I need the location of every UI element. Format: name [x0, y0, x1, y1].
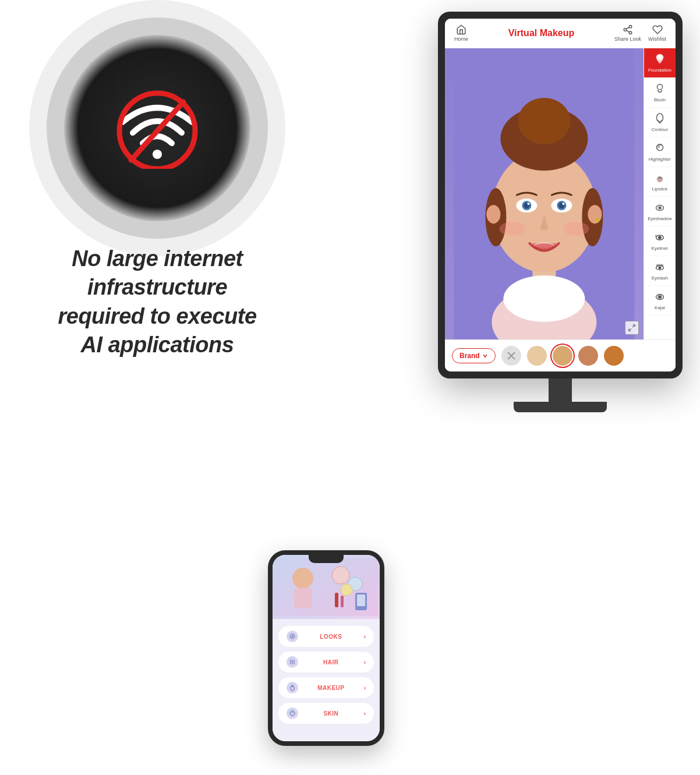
sidebar-item-lipstick[interactable]: Lipstick [644, 167, 676, 197]
looks-icon [287, 631, 298, 642]
makeup-icon [287, 682, 298, 693]
share-label: Share Look [614, 36, 641, 42]
share-look-nav[interactable]: Share Look [614, 24, 641, 42]
skin-icon [287, 707, 298, 719]
phone-wrapper: LOOKS › HAIR › [268, 550, 384, 746]
svg-point-44 [659, 267, 661, 269]
hair-label: HAIR [323, 659, 338, 666]
color-bar: Brand [445, 339, 676, 371]
svg-point-33 [657, 84, 662, 90]
svg-point-19 [595, 218, 599, 222]
svg-point-3 [629, 26, 632, 29]
svg-rect-57 [294, 588, 312, 608]
svg-line-49 [662, 264, 663, 266]
svg-point-18 [588, 205, 602, 224]
app-sidebar: Foundation Blush [644, 48, 676, 339]
svg-line-45 [656, 264, 657, 266]
contour-label: Contour [652, 127, 668, 132]
phone-frame: LOOKS › HAIR › [268, 550, 384, 746]
svg-point-72 [290, 711, 295, 716]
svg-point-34 [656, 114, 663, 122]
wishlist-nav[interactable]: Wishlist [648, 24, 666, 42]
stand-neck [549, 378, 572, 402]
brand-label: Brand [459, 352, 480, 360]
lipstick-label: Lipstick [652, 186, 668, 192]
no-wifi-section: No large internet infrastructure require… [17, 35, 297, 360]
phone-notch [309, 555, 344, 563]
monitor-wrapper: Home Virtual Makeup Share Look [438, 12, 683, 412]
monitor-stand [438, 378, 683, 412]
no-connection-text: No large internet infrastructure require… [17, 245, 297, 360]
sidebar-item-kajal[interactable]: Kajal [644, 286, 676, 316]
svg-point-23 [527, 203, 529, 205]
wishlist-label: Wishlist [648, 36, 666, 42]
looks-label: LOOKS [320, 634, 342, 640]
svg-rect-61 [335, 593, 338, 607]
wifi-blob [64, 35, 250, 221]
blush-label: Blush [654, 97, 666, 102]
sidebar-item-highlighter[interactable]: Highlighter [644, 137, 676, 167]
stand-base [514, 402, 607, 412]
home-label: Home [454, 36, 468, 42]
eyeliner-label: Eyeliner [651, 246, 668, 251]
looks-arrow: › [364, 634, 366, 640]
svg-point-52 [659, 296, 661, 298]
eyelash-label: Eyelash [652, 275, 668, 281]
svg-point-42 [659, 237, 660, 238]
phone-banner [273, 555, 380, 619]
svg-line-7 [626, 27, 629, 29]
svg-line-31 [629, 328, 631, 331]
phone-menu-hair[interactable]: HAIR › [278, 652, 374, 673]
foundation-label: Foundation [648, 68, 671, 73]
svg-rect-64 [357, 594, 365, 606]
svg-line-30 [632, 325, 635, 327]
brand-button[interactable]: Brand [452, 348, 496, 363]
svg-point-14 [518, 98, 570, 144]
eyeshadow-label: Eyeshadow [648, 216, 671, 221]
app-body: Foundation Blush [445, 48, 676, 339]
hair-arrow: › [364, 659, 366, 666]
sidebar-item-foundation[interactable]: Foundation [644, 48, 676, 78]
sidebar-item-eyelash[interactable]: Eyelash [644, 256, 676, 286]
svg-point-4 [624, 29, 627, 31]
svg-point-0 [153, 150, 162, 159]
expand-icon[interactable] [625, 321, 639, 335]
color-dot-4[interactable] [604, 346, 624, 366]
no-color-dot[interactable] [501, 346, 521, 366]
sidebar-item-blush[interactable]: Blush [644, 78, 676, 108]
color-dot-3[interactable] [578, 346, 598, 366]
face-image-area [445, 48, 644, 339]
color-dot-1[interactable] [527, 346, 547, 366]
monitor-frame: Home Virtual Makeup Share Look [438, 12, 683, 378]
svg-point-71 [291, 685, 294, 687]
svg-point-36 [657, 146, 660, 148]
phone-menu: LOOKS › HAIR › [273, 619, 380, 731]
svg-rect-62 [341, 596, 344, 607]
svg-point-29 [563, 222, 589, 236]
makeup-label: MAKEUP [317, 685, 344, 691]
color-dot-2[interactable] [553, 346, 572, 366]
svg-point-5 [629, 31, 632, 34]
skin-label: SKIN [323, 710, 338, 717]
svg-point-28 [499, 222, 525, 236]
svg-point-58 [332, 567, 349, 584]
sidebar-item-contour[interactable]: Contour [644, 108, 676, 137]
home-nav[interactable]: Home [454, 24, 468, 42]
phone-screen: LOOKS › HAIR › [273, 555, 380, 741]
highlighter-label: Highlighter [649, 157, 671, 162]
phone-menu-skin[interactable]: SKIN › [278, 703, 374, 724]
svg-line-6 [626, 30, 629, 32]
sidebar-item-eyeliner[interactable]: Eyeliner [644, 227, 676, 256]
svg-point-11 [503, 275, 585, 322]
sidebar-item-eyeshadow[interactable]: Eyeshadow [644, 197, 676, 227]
no-wifi-icon [111, 87, 204, 169]
phone-menu-looks[interactable]: LOOKS › [278, 626, 374, 647]
kajal-label: Kajal [655, 305, 665, 310]
makeup-arrow: › [364, 685, 366, 691]
svg-point-27 [562, 203, 564, 205]
app-title: Virtual Makeup [468, 28, 614, 38]
svg-point-60 [341, 584, 352, 596]
svg-point-56 [292, 568, 313, 589]
phone-menu-makeup[interactable]: MAKEUP › [278, 677, 374, 698]
svg-point-39 [659, 207, 661, 209]
